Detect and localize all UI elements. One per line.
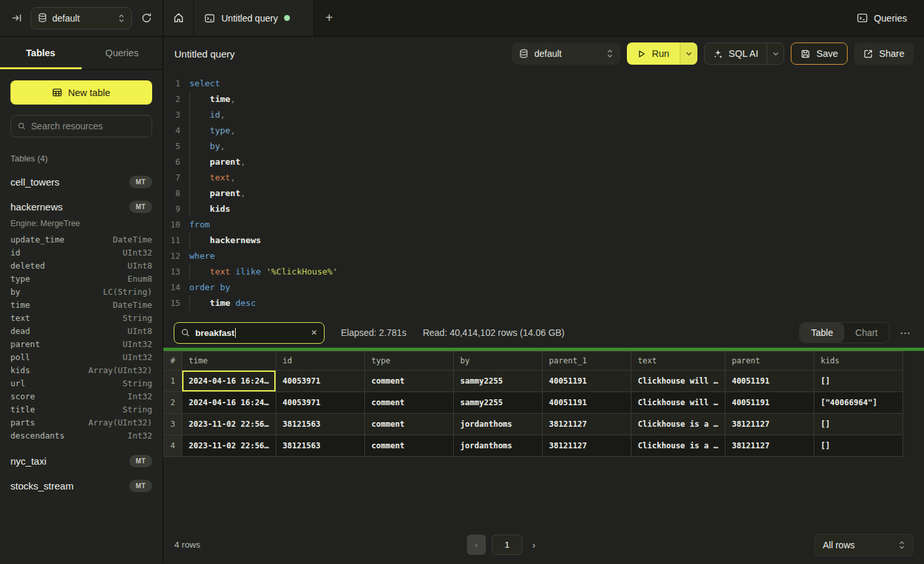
column-header[interactable]: time xyxy=(182,352,276,371)
table-column-row: update_timeDateTime xyxy=(10,233,152,246)
collapse-sidebar-icon[interactable] xyxy=(8,10,25,27)
row-number: 1 xyxy=(164,371,182,392)
table-cell[interactable]: 38121127 xyxy=(542,435,631,457)
run-button[interactable]: Run xyxy=(627,42,680,65)
home-button[interactable] xyxy=(163,0,194,36)
column-name: id xyxy=(10,246,20,259)
table-cell[interactable]: comment xyxy=(364,371,453,392)
run-options-button[interactable] xyxy=(680,42,697,65)
column-header[interactable]: id xyxy=(276,352,364,371)
line-number: 6 xyxy=(163,154,189,170)
table-cell[interactable]: 38121563 xyxy=(276,414,364,435)
table-cell[interactable]: [] xyxy=(814,414,902,435)
table-column-row: deletedUInt8 xyxy=(10,259,152,273)
page-size-selector[interactable]: All rows xyxy=(814,534,914,556)
column-name: kids xyxy=(10,364,30,377)
table-cell[interactable]: 40051191 xyxy=(542,392,631,414)
table-cell[interactable]: sammy2255 xyxy=(453,392,542,414)
column-header[interactable]: text xyxy=(631,352,725,371)
table-cell[interactable]: 40051191 xyxy=(542,371,631,392)
current-page-button[interactable]: 1 xyxy=(492,535,522,555)
table-cell[interactable]: 40053971 xyxy=(276,371,364,392)
table-cell[interactable]: Clickhouse is a … xyxy=(631,435,725,457)
sidebar-tab-queries[interactable]: Queries xyxy=(82,37,163,69)
sql-token: , xyxy=(220,141,225,151)
next-page-button[interactable]: › xyxy=(528,539,539,550)
table-cell[interactable]: [] xyxy=(814,371,902,392)
refresh-icon[interactable] xyxy=(138,10,155,27)
results-toolbar: breakfast ✕ Elapsed: 2.781s Read: 40,414… xyxy=(163,318,924,348)
table-cell[interactable]: Clickhouse will … xyxy=(631,392,725,414)
sidebar-table-item[interactable]: hackernewsMT xyxy=(10,201,152,213)
sidebar-table-item[interactable]: cell_towersMT xyxy=(10,176,152,188)
sidebar-search[interactable] xyxy=(10,115,152,137)
save-button[interactable]: Save xyxy=(791,42,848,65)
table-cell[interactable]: 2024-04-16 16:24… xyxy=(182,392,276,414)
line-number: 5 xyxy=(163,139,189,154)
results-search[interactable]: breakfast ✕ xyxy=(174,322,325,344)
new-tab-button[interactable]: + xyxy=(314,0,344,36)
table-cell[interactable]: 38121127 xyxy=(725,435,814,457)
sidebar-search-input[interactable] xyxy=(31,121,145,131)
column-header[interactable]: kids xyxy=(814,352,902,371)
table-engine-label: Engine: MergeTree xyxy=(10,219,152,228)
tab-untitled-query[interactable]: Untitled query xyxy=(194,0,314,36)
engine-badge: MT xyxy=(129,480,152,492)
column-type: UInt8 xyxy=(127,259,152,273)
results-search-value[interactable]: breakfast xyxy=(195,328,234,338)
table-cell[interactable]: 2024-04-16 16:24… xyxy=(182,371,276,392)
sidebar-tab-tables[interactable]: Tables xyxy=(0,37,82,69)
clear-search-icon[interactable]: ✕ xyxy=(311,328,317,337)
sidebar-table-item[interactable]: nyc_taxiMT xyxy=(10,455,152,467)
table-column-row: textString xyxy=(10,312,152,325)
view-toggle-table[interactable]: Table xyxy=(800,323,844,342)
sql-token: '%ClickHouse%' xyxy=(266,267,338,276)
database-selector[interactable]: default xyxy=(31,7,132,29)
table-cell[interactable]: 38121127 xyxy=(725,414,814,435)
column-header[interactable]: parent_1 xyxy=(542,352,631,371)
sidebar-table-item[interactable]: stocks_streamMT xyxy=(10,480,152,492)
toolbar-database-selector[interactable]: default xyxy=(512,42,620,65)
table-cell[interactable]: jordanthoms xyxy=(453,414,542,435)
table-cell[interactable]: comment xyxy=(364,435,453,457)
column-name: time xyxy=(10,299,30,312)
table-cell[interactable]: sammy2255 xyxy=(453,371,542,392)
column-header[interactable]: # xyxy=(164,352,182,371)
table-cell[interactable]: comment xyxy=(364,392,453,414)
table-cell[interactable]: 40051191 xyxy=(725,392,814,414)
sql-token: id xyxy=(210,110,220,120)
table-cell[interactable]: 38121127 xyxy=(542,414,631,435)
database-icon xyxy=(38,13,47,23)
table-name: stocks_stream xyxy=(10,480,74,491)
sql-ai-button[interactable]: SQL AI xyxy=(705,43,767,64)
table-cell[interactable]: 2023-11-02 22:56… xyxy=(182,414,276,435)
sql-editor[interactable]: 1select2 time,3 id,4 type,5 by,6 parent,… xyxy=(163,71,924,318)
table-cell[interactable]: 40051191 xyxy=(725,371,814,392)
table-cell[interactable]: ["40066964"] xyxy=(814,392,902,414)
search-icon xyxy=(18,122,26,131)
table-cell[interactable]: 2023-11-02 22:56… xyxy=(182,435,276,457)
sql-ai-options-button[interactable] xyxy=(767,43,784,64)
column-header[interactable]: by xyxy=(453,352,542,371)
engine-badge: MT xyxy=(129,201,152,213)
more-options-icon[interactable]: ⋯ xyxy=(897,327,914,339)
table-cell[interactable]: jordanthoms xyxy=(453,435,542,457)
table-cell[interactable]: Clickhouse will … xyxy=(631,371,725,392)
column-header[interactable]: parent xyxy=(725,352,814,371)
view-toggle-chart[interactable]: Chart xyxy=(844,323,889,342)
new-table-button[interactable]: New table xyxy=(10,80,152,105)
table-cell[interactable]: 38121563 xyxy=(276,435,364,457)
table-cell[interactable]: comment xyxy=(364,414,453,435)
table-column-row: urlString xyxy=(10,377,152,390)
prev-page-button[interactable]: ‹ xyxy=(467,535,486,555)
table-cell[interactable]: Clickhouse is a … xyxy=(631,414,725,435)
sql-token: parent xyxy=(210,188,240,198)
column-header[interactable]: type xyxy=(364,352,453,371)
table-cell[interactable]: [] xyxy=(814,435,902,457)
share-button[interactable]: Share xyxy=(854,42,914,65)
table-cell[interactable]: 40053971 xyxy=(276,392,364,414)
queries-button[interactable]: Queries xyxy=(840,0,924,36)
line-number: 8 xyxy=(163,186,189,201)
queries-button-label: Queries xyxy=(874,13,907,24)
column-name: text xyxy=(10,312,30,325)
